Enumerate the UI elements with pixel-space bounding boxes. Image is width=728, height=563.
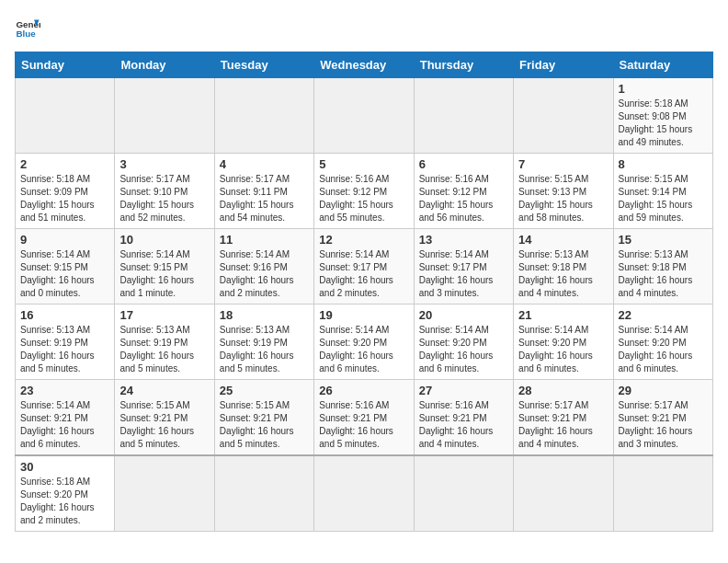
weekday-header-friday: Friday [514, 52, 613, 78]
calendar-cell: 2Sunrise: 5:18 AM Sunset: 9:09 PM Daylig… [16, 154, 115, 229]
day-info: Sunrise: 5:14 AM Sunset: 9:16 PM Dayligh… [220, 248, 309, 300]
calendar-cell: 29Sunrise: 5:17 AM Sunset: 9:21 PM Dayli… [613, 380, 712, 456]
day-info: Sunrise: 5:17 AM Sunset: 9:11 PM Dayligh… [220, 173, 309, 224]
calendar-cell [115, 455, 214, 532]
calendar-cell: 17Sunrise: 5:13 AM Sunset: 9:19 PM Dayli… [115, 304, 214, 380]
day-info: Sunrise: 5:13 AM Sunset: 9:18 PM Dayligh… [518, 248, 608, 300]
day-number: 13 [419, 233, 508, 247]
calendar-cell: 25Sunrise: 5:15 AM Sunset: 9:21 PM Dayli… [214, 380, 313, 456]
day-info: Sunrise: 5:17 AM Sunset: 9:21 PM Dayligh… [619, 399, 708, 451]
calendar-cell: 11Sunrise: 5:14 AM Sunset: 9:16 PM Dayli… [214, 229, 313, 304]
day-info: Sunrise: 5:18 AM Sunset: 9:08 PM Dayligh… [619, 98, 708, 149]
day-number: 17 [119, 308, 209, 322]
calendar-cell [414, 78, 513, 154]
day-number: 22 [619, 308, 708, 322]
day-info: Sunrise: 5:16 AM Sunset: 9:12 PM Dayligh… [419, 173, 508, 224]
day-number: 8 [619, 157, 708, 171]
calendar-cell: 24Sunrise: 5:15 AM Sunset: 9:21 PM Dayli… [115, 380, 214, 456]
day-number: 7 [518, 157, 608, 171]
day-info: Sunrise: 5:14 AM Sunset: 9:20 PM Dayligh… [619, 324, 708, 375]
day-info: Sunrise: 5:14 AM Sunset: 9:20 PM Dayligh… [419, 324, 508, 375]
logo: General Blue [15, 15, 44, 40]
day-number: 19 [319, 308, 408, 322]
day-info: Sunrise: 5:14 AM Sunset: 9:20 PM Dayligh… [518, 324, 608, 375]
calendar-cell [314, 455, 414, 532]
day-info: Sunrise: 5:18 AM Sunset: 9:09 PM Dayligh… [20, 173, 109, 224]
day-number: 12 [319, 233, 408, 247]
calendar-cell: 30Sunrise: 5:18 AM Sunset: 9:20 PM Dayli… [16, 455, 115, 532]
calendar-cell: 10Sunrise: 5:14 AM Sunset: 9:15 PM Dayli… [115, 229, 214, 304]
day-number: 18 [220, 308, 309, 322]
calendar-cell [214, 455, 313, 532]
day-number: 15 [619, 233, 708, 247]
calendar-table: SundayMondayTuesdayWednesdayThursdayFrid… [15, 52, 713, 532]
day-number: 30 [20, 460, 109, 474]
week-row-3: 9Sunrise: 5:14 AM Sunset: 9:15 PM Daylig… [16, 229, 713, 304]
calendar-cell [514, 455, 613, 532]
calendar-cell: 14Sunrise: 5:13 AM Sunset: 9:18 PM Dayli… [514, 229, 613, 304]
calendar-cell: 6Sunrise: 5:16 AM Sunset: 9:12 PM Daylig… [414, 154, 513, 229]
calendar-cell: 22Sunrise: 5:14 AM Sunset: 9:20 PM Dayli… [613, 304, 712, 380]
day-info: Sunrise: 5:15 AM Sunset: 9:21 PM Dayligh… [220, 399, 309, 451]
day-info: Sunrise: 5:16 AM Sunset: 9:21 PM Dayligh… [419, 399, 508, 451]
day-number: 10 [119, 233, 209, 247]
day-number: 28 [518, 384, 608, 397]
day-info: Sunrise: 5:13 AM Sunset: 9:19 PM Dayligh… [20, 324, 109, 375]
day-info: Sunrise: 5:14 AM Sunset: 9:15 PM Dayligh… [119, 248, 209, 300]
day-info: Sunrise: 5:15 AM Sunset: 9:21 PM Dayligh… [119, 399, 209, 451]
day-info: Sunrise: 5:14 AM Sunset: 9:17 PM Dayligh… [419, 248, 508, 300]
svg-text:Blue: Blue [16, 29, 36, 39]
day-number: 3 [119, 157, 209, 171]
calendar-cell [16, 78, 115, 154]
day-info: Sunrise: 5:14 AM Sunset: 9:15 PM Dayligh… [20, 248, 109, 300]
calendar-cell [514, 78, 613, 154]
logo-icon: General Blue [15, 15, 40, 40]
day-number: 26 [319, 384, 408, 397]
calendar-cell [613, 455, 712, 532]
calendar-cell: 9Sunrise: 5:14 AM Sunset: 9:15 PM Daylig… [16, 229, 115, 304]
day-info: Sunrise: 5:14 AM Sunset: 9:20 PM Dayligh… [319, 324, 408, 375]
calendar-cell: 27Sunrise: 5:16 AM Sunset: 9:21 PM Dayli… [414, 380, 513, 456]
calendar-cell: 12Sunrise: 5:14 AM Sunset: 9:17 PM Dayli… [314, 229, 414, 304]
day-info: Sunrise: 5:18 AM Sunset: 9:20 PM Dayligh… [20, 476, 109, 527]
calendar-cell: 19Sunrise: 5:14 AM Sunset: 9:20 PM Dayli… [314, 304, 414, 380]
day-number: 11 [220, 233, 309, 247]
week-row-6: 30Sunrise: 5:18 AM Sunset: 9:20 PM Dayli… [16, 455, 713, 532]
weekday-header-row: SundayMondayTuesdayWednesdayThursdayFrid… [16, 52, 713, 78]
day-info: Sunrise: 5:17 AM Sunset: 9:21 PM Dayligh… [518, 399, 608, 451]
header: General Blue [15, 15, 713, 40]
day-info: Sunrise: 5:14 AM Sunset: 9:21 PM Dayligh… [20, 399, 109, 451]
calendar-cell: 15Sunrise: 5:13 AM Sunset: 9:18 PM Dayli… [613, 229, 712, 304]
day-number: 21 [518, 308, 608, 322]
calendar-cell: 3Sunrise: 5:17 AM Sunset: 9:10 PM Daylig… [115, 154, 214, 229]
calendar-cell: 5Sunrise: 5:16 AM Sunset: 9:12 PM Daylig… [314, 154, 414, 229]
day-number: 24 [119, 384, 209, 397]
week-row-2: 2Sunrise: 5:18 AM Sunset: 9:09 PM Daylig… [16, 154, 713, 229]
day-info: Sunrise: 5:13 AM Sunset: 9:19 PM Dayligh… [220, 324, 309, 375]
day-number: 20 [419, 308, 508, 322]
week-row-4: 16Sunrise: 5:13 AM Sunset: 9:19 PM Dayli… [16, 304, 713, 380]
calendar-cell: 13Sunrise: 5:14 AM Sunset: 9:17 PM Dayli… [414, 229, 513, 304]
calendar-cell: 16Sunrise: 5:13 AM Sunset: 9:19 PM Dayli… [16, 304, 115, 380]
calendar-cell: 8Sunrise: 5:15 AM Sunset: 9:14 PM Daylig… [613, 154, 712, 229]
calendar-cell [115, 78, 214, 154]
day-number: 1 [619, 82, 708, 96]
day-number: 14 [518, 233, 608, 247]
weekday-header-thursday: Thursday [414, 52, 513, 78]
day-number: 5 [319, 157, 408, 171]
calendar-cell [414, 455, 513, 532]
day-info: Sunrise: 5:16 AM Sunset: 9:12 PM Dayligh… [319, 173, 408, 224]
calendar-cell: 20Sunrise: 5:14 AM Sunset: 9:20 PM Dayli… [414, 304, 513, 380]
day-number: 23 [20, 384, 109, 397]
weekday-header-sunday: Sunday [16, 52, 115, 78]
calendar-cell: 21Sunrise: 5:14 AM Sunset: 9:20 PM Dayli… [514, 304, 613, 380]
day-number: 25 [220, 384, 309, 397]
calendar-cell: 23Sunrise: 5:14 AM Sunset: 9:21 PM Dayli… [16, 380, 115, 456]
day-info: Sunrise: 5:15 AM Sunset: 9:13 PM Dayligh… [518, 173, 608, 224]
day-info: Sunrise: 5:13 AM Sunset: 9:18 PM Dayligh… [619, 248, 708, 300]
calendar-cell: 7Sunrise: 5:15 AM Sunset: 9:13 PM Daylig… [514, 154, 613, 229]
weekday-header-monday: Monday [115, 52, 214, 78]
day-number: 16 [20, 308, 109, 322]
day-info: Sunrise: 5:16 AM Sunset: 9:21 PM Dayligh… [319, 399, 408, 451]
day-number: 27 [419, 384, 508, 397]
